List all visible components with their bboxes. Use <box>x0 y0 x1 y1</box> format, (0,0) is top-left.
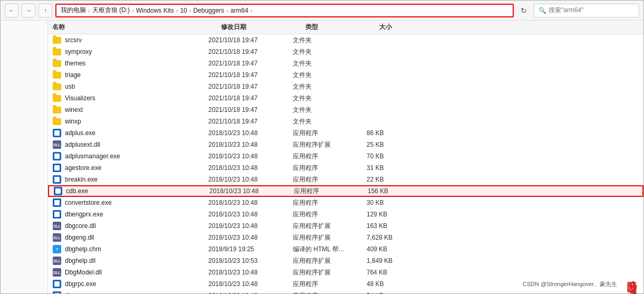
breadcrumb-arm64[interactable]: arm64 <box>230 7 248 14</box>
address-bar[interactable]: 我的电脑 › 天枢贪狼 (D:) › Windows Kits › 10 › D… <box>55 4 514 17</box>
file-date-cell: 2018/10/23 10:48 <box>208 269 293 276</box>
folder-icon <box>53 107 61 113</box>
file-rows-container: srcsrv 2021/10/18 19:47 文件夹 symproxy 202… <box>48 34 643 293</box>
col-header-name[interactable]: 名称 <box>52 23 221 32</box>
file-name-text: winxp <box>65 118 81 125</box>
exe-icon <box>53 280 61 288</box>
back-button[interactable]: ← <box>5 4 18 17</box>
table-row[interactable]: convertstore.exe 2018/10/23 10:48 应用程序 3… <box>48 197 643 208</box>
file-name-text: winext <box>65 106 83 113</box>
exe-icon <box>53 152 61 160</box>
file-type-cell: 编译的 HTML 帮… <box>293 245 367 254</box>
table-row[interactable]: adplusmanager.exe 2018/10/23 10:48 应用程序 … <box>48 150 643 162</box>
file-icon <box>52 163 62 173</box>
table-row[interactable]: winext 2021/10/18 19:47 文件夹 <box>48 104 643 116</box>
forward-button[interactable]: → <box>22 4 35 17</box>
table-row[interactable]: dbengprx.exe 2018/10/23 10:48 应用程序 129 K… <box>48 208 643 220</box>
file-type-cell: 应用程序 <box>293 152 367 161</box>
file-date-cell: 2018/10/23 10:53 <box>208 257 293 264</box>
refresh-button[interactable]: ↻ <box>517 4 531 17</box>
toolbar: ← → ↑ 我的电脑 › 天枢贪狼 (D:) › Windows Kits › … <box>1 1 643 21</box>
file-icon <box>52 93 62 103</box>
breadcrumb-winkits[interactable]: Windows Kits <box>136 7 174 14</box>
file-name-text: dbgsrv.exe <box>65 292 95 293</box>
file-date-cell: 2021/10/18 19:47 <box>208 36 293 44</box>
column-headers: 名称 修改日期 类型 大小 <box>48 21 643 34</box>
file-size-cell: 7,628 KB <box>367 234 639 241</box>
folder-icon <box>53 49 61 55</box>
file-icon <box>52 59 62 68</box>
file-name-text: adplusmanager.exe <box>65 153 120 160</box>
file-name-text: dbgrpc.exe <box>65 280 96 288</box>
file-icon <box>52 35 62 45</box>
file-icon <box>52 175 62 184</box>
file-name-cell: DLL adplusext.dll <box>52 140 208 149</box>
search-box[interactable]: 🔍 搜索"arm64" <box>534 4 639 17</box>
file-name-cell: winxp <box>52 117 208 126</box>
table-row[interactable]: DLL dbgeng.dll 2018/10/23 10:48 应用程序扩展 7… <box>48 232 643 243</box>
file-name-text: agestore.exe <box>65 164 101 172</box>
file-name-cell: DLL dbgcore.dll <box>52 221 208 231</box>
breadcrumb-mypc[interactable]: 我的电脑 <box>61 6 86 15</box>
file-name-cell: DLL DbgModel.dll <box>52 268 208 277</box>
file-icon: DLL <box>52 268 62 277</box>
breadcrumb-drive[interactable]: 天枢贪狼 (D:) <box>92 6 130 15</box>
file-icon <box>52 47 62 56</box>
file-type-cell: 应用程序 <box>293 210 367 219</box>
table-row[interactable]: themes 2021/10/18 19:47 文件夹 <box>48 58 643 69</box>
file-name-cell: winext <box>52 105 208 115</box>
file-date-cell: 2018/10/23 10:48 <box>208 292 293 293</box>
file-size-cell: 409 KB <box>367 245 639 253</box>
file-name-cell: breakin.exe <box>52 175 208 184</box>
file-date-cell: 2021/10/18 19:47 <box>208 94 293 102</box>
file-type-cell: 应用程序 <box>293 129 367 138</box>
file-name-cell: triage <box>52 70 208 80</box>
table-row[interactable]: breakin.exe 2018/10/23 10:48 应用程序 22 KB <box>48 174 643 185</box>
table-row[interactable]: ? dbghelp.chm 2018/9/19 19:25 编译的 HTML 帮… <box>48 243 643 255</box>
table-row[interactable]: dbgsrv.exe 2018/10/23 10:48 应用程序 54 KB <box>48 290 643 293</box>
file-name-text: DbgModel.dll <box>65 269 102 276</box>
file-size-cell: 54 KB <box>367 292 639 293</box>
col-header-type[interactable]: 类型 <box>305 23 379 32</box>
dll-icon: DLL <box>53 268 61 277</box>
table-row[interactable]: Visualizers 2021/10/18 19:47 文件夹 <box>48 92 643 104</box>
table-row[interactable]: DLL DbgModel.dll 2018/10/23 10:48 应用程序扩展… <box>48 267 643 278</box>
up-button[interactable]: ↑ <box>39 4 52 17</box>
table-row[interactable]: DLL dbgcore.dll 2018/10/23 10:48 应用程序扩展 … <box>48 220 643 232</box>
folder-icon <box>53 95 61 102</box>
table-row[interactable]: usb 2021/10/18 19:47 文件夹 <box>48 81 643 92</box>
exe-icon <box>53 129 61 137</box>
file-type-cell: 应用程序扩展 <box>293 140 367 149</box>
breadcrumb-10[interactable]: 10 <box>180 7 187 14</box>
table-row[interactable]: symproxy 2021/10/18 19:47 文件夹 <box>48 46 643 58</box>
table-row[interactable]: triage 2021/10/18 19:47 文件夹 <box>48 69 643 81</box>
file-size-cell: 764 KB <box>367 269 639 276</box>
file-list-area[interactable]: 名称 修改日期 类型 大小 srcsrv 2021/10/18 19:47 文件… <box>48 21 643 293</box>
table-row[interactable]: adplus.exe 2018/10/23 10:48 应用程序 86 KB <box>48 127 643 139</box>
file-date-cell: 2021/10/18 19:47 <box>208 118 293 125</box>
file-name-cell: ? dbghelp.chm <box>52 244 208 254</box>
file-name-cell: dbgsrv.exe <box>52 291 208 293</box>
file-size-cell: 31 KB <box>367 164 639 172</box>
folder-icon <box>53 72 61 79</box>
table-row[interactable]: srcsrv 2021/10/18 19:47 文件夹 <box>48 34 643 46</box>
file-type-cell: 文件夹 <box>293 82 367 91</box>
table-row[interactable]: DLL dbghelp.dll 2018/10/23 10:53 应用程序扩展 … <box>48 255 643 267</box>
table-row[interactable]: agestore.exe 2018/10/23 10:48 应用程序 31 KB <box>48 162 643 174</box>
table-row[interactable]: cdb.exe 2018/10/23 10:48 应用程序 156 KB <box>48 185 643 197</box>
table-row[interactable]: DLL adplusext.dll 2018/10/23 10:48 应用程序扩… <box>48 139 643 150</box>
exe-icon <box>53 210 61 219</box>
file-type-cell: 应用程序 <box>294 187 368 196</box>
table-row[interactable]: winxp 2021/10/18 19:47 文件夹 <box>48 116 643 127</box>
file-icon <box>53 186 63 196</box>
file-size-cell: 22 KB <box>367 176 639 183</box>
file-name-text: dbgeng.dll <box>65 234 94 241</box>
file-type-cell: 应用程序扩展 <box>293 222 367 231</box>
col-header-date[interactable]: 修改日期 <box>221 23 305 32</box>
file-date-cell: 2018/9/19 19:25 <box>208 245 293 253</box>
col-header-size[interactable]: 大小 <box>379 23 639 32</box>
breadcrumb-debuggers[interactable]: Debuggers <box>193 7 224 14</box>
file-name-text: triage <box>65 71 81 79</box>
file-name-cell: symproxy <box>52 47 208 56</box>
file-date-cell: 2018/10/23 10:48 <box>208 234 293 241</box>
